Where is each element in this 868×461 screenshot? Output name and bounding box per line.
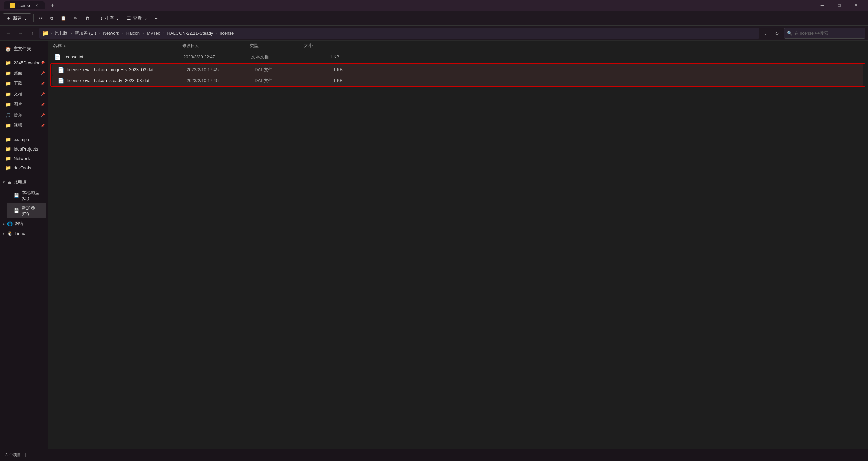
breadcrumb-item-6[interactable]: license [219, 30, 235, 36]
sidebar-music-label: 音乐 [14, 112, 22, 118]
paste-button[interactable]: 📋 [57, 14, 70, 23]
file-row-1[interactable]: 📄 license_eval_halcon_progress_2023_03.d… [52, 64, 863, 75]
view-label: 查看 [133, 15, 142, 21]
network-label: 网络 [15, 221, 23, 227]
col-header-type[interactable]: 类型 [250, 43, 304, 49]
cut-button[interactable]: ✂ [36, 14, 46, 23]
up-button[interactable]: ↑ [27, 28, 38, 39]
search-placeholder: 在 license 中搜索 [794, 30, 828, 36]
sort-dropdown-icon: ⌄ [116, 16, 119, 21]
copy-icon: ⧉ [50, 16, 53, 21]
sidebar-item-2345download[interactable]: 📁 2345Download 📌 [1, 58, 46, 67]
col-header-modified[interactable]: 修改日期 [182, 43, 250, 49]
sidebar-pics-label: 图片 [14, 101, 22, 107]
breadcrumb-item-5[interactable]: HALCON-22.11-Steady [166, 30, 215, 36]
back-icon: ← [6, 31, 11, 36]
tab-folder-icon [10, 3, 15, 8]
close-button[interactable]: ✕ [848, 0, 864, 11]
sidebar-item-videos[interactable]: 📁 视频 📌 [1, 120, 46, 131]
active-tab[interactable]: license ✕ [4, 1, 45, 9]
col-size-label: 大小 [304, 43, 313, 48]
home-icon: 🏠 [5, 46, 11, 52]
breadcrumb-sep-1: › [70, 31, 72, 36]
sidebar-desktop-label: 桌面 [14, 70, 22, 76]
file-row-0[interactable]: 📄 license.txt 2023/3/30 22:47 文本文档 1 KB [49, 52, 867, 62]
folder-videos-icon: 📁 [5, 123, 11, 128]
sidebar-item-example[interactable]: 📁 example [1, 135, 46, 144]
tab-close-button[interactable]: ✕ [34, 3, 39, 8]
file-row-2[interactable]: 📄 license_eval_halcon_steady_2023_03.dat… [52, 75, 863, 86]
file-name-1: license_eval_halcon_progress_2023_03.dat [67, 67, 153, 72]
file-type-0: 文本文档 [251, 54, 305, 60]
sidebar-section-thispc[interactable]: ▾ 🖥 此电脑 [0, 177, 48, 187]
sidebar-item-network[interactable]: 📁 Network [1, 154, 46, 163]
file-icon-2: 📄 [58, 77, 64, 84]
folder-devtools-icon: 📁 [5, 165, 11, 171]
file-name-cell-2: 📄 license_eval_halcon_steady_2023_03.dat [58, 77, 187, 84]
breadcrumb-item-0[interactable]: 此电脑 [53, 29, 69, 37]
rename-icon: ✏ [74, 16, 77, 21]
view-button[interactable]: ☰ 查看 ⌄ [124, 13, 151, 23]
sort-button[interactable]: ↕ 排序 ⌄ [97, 13, 123, 23]
drive-e-icon: 💾 [14, 208, 19, 213]
cut-icon: ✂ [39, 16, 43, 21]
selection-box: 📄 license_eval_halcon_progress_2023_03.d… [50, 63, 865, 87]
col-type-label: 类型 [250, 43, 259, 48]
delete-button[interactable]: 🗑 [81, 14, 93, 23]
folder-example-icon: 📁 [5, 137, 11, 142]
sidebar-section-network[interactable]: ▸ 🌐 网络 [0, 219, 48, 229]
sidebar-item-ideaprojects[interactable]: 📁 IdeaProjects [1, 144, 46, 154]
sidebar-network-label: Network [14, 156, 30, 161]
maximize-button[interactable]: □ [831, 0, 847, 11]
folder-2345-icon: 📁 [5, 60, 11, 65]
expand-network: ▸ [3, 221, 5, 226]
sidebar-item-drive-c[interactable]: 💾 本地磁盘 (C:) [7, 187, 46, 203]
search-icon: 🔍 [787, 31, 792, 36]
folder-pics-icon: 📁 [5, 102, 11, 107]
linux-label: Linux [15, 231, 25, 236]
sidebar-section-linux[interactable]: ▸ 🐧 Linux [0, 229, 48, 238]
folder-idea-icon: 📁 [5, 146, 11, 152]
sidebar-item-desktop[interactable]: 📁 桌面 📌 [1, 68, 46, 78]
sidebar-item-downloads[interactable]: 📁 下载 📌 [1, 78, 46, 88]
minimize-button[interactable]: ─ [814, 0, 830, 11]
col-header-size[interactable]: 大小 [304, 43, 338, 49]
up-icon: ↑ [32, 31, 34, 36]
window-controls: ─ □ ✕ [814, 0, 864, 11]
address-bar: ← → ↑ 📁 › 此电脑 › 新加卷 (E:) › Network › Hal… [0, 26, 868, 41]
sidebar-item-devtools[interactable]: 📁 devTools [1, 163, 46, 173]
file-name-cell-0: 📄 license.txt [54, 54, 183, 60]
more-button[interactable]: ··· [152, 14, 162, 23]
pin-icon-docs: 📌 [41, 92, 45, 96]
breadcrumb-item-2[interactable]: Network [102, 30, 121, 36]
sidebar-item-documents[interactable]: 📁 文档 📌 [1, 89, 46, 99]
copy-button[interactable]: ⧉ [47, 14, 57, 23]
this-pc-label: 此电脑 [14, 179, 27, 185]
address-dropdown-button[interactable]: ⌄ [761, 28, 770, 38]
back-button[interactable]: ← [3, 28, 14, 39]
file-type-1: DAT 文件 [254, 67, 309, 73]
forward-button[interactable]: → [15, 28, 26, 39]
breadcrumb-item-3[interactable]: Halcon [125, 30, 141, 36]
file-name-0: license.txt [64, 54, 83, 59]
new-tab-button[interactable]: + [48, 1, 57, 10]
new-button[interactable]: ＋ 新建 ⌄ [3, 13, 31, 23]
col-header-name[interactable]: 名称 ▲ [53, 43, 182, 49]
pin-icon-downloads: 📌 [41, 82, 45, 85]
col-name-label: 名称 [53, 43, 62, 49]
sidebar-item-home[interactable]: 🏠 主文件夹 [1, 44, 46, 54]
music-icon: 🎵 [5, 113, 11, 118]
sidebar-divider-2 [4, 133, 43, 133]
pin-icon-desktop: 📌 [41, 71, 45, 75]
sidebar-item-pictures[interactable]: 📁 图片 📌 [1, 99, 46, 109]
refresh-button[interactable]: ↻ [772, 28, 782, 39]
rename-button[interactable]: ✏ [70, 14, 81, 23]
title-bar: license ✕ + ─ □ ✕ [0, 0, 868, 11]
breadcrumb-item-4[interactable]: MVTec [145, 30, 162, 36]
search-box[interactable]: 🔍 在 license 中搜索 [784, 28, 865, 39]
breadcrumb-item-1[interactable]: 新加卷 (E:) [73, 29, 98, 37]
sidebar-item-drive-e[interactable]: 💾 新加卷 (E:) [7, 203, 46, 218]
sidebar-item-music[interactable]: 🎵 音乐 📌 [1, 110, 46, 120]
network-icon: 🌐 [7, 221, 13, 226]
folder-downloads-icon: 📁 [5, 81, 11, 86]
